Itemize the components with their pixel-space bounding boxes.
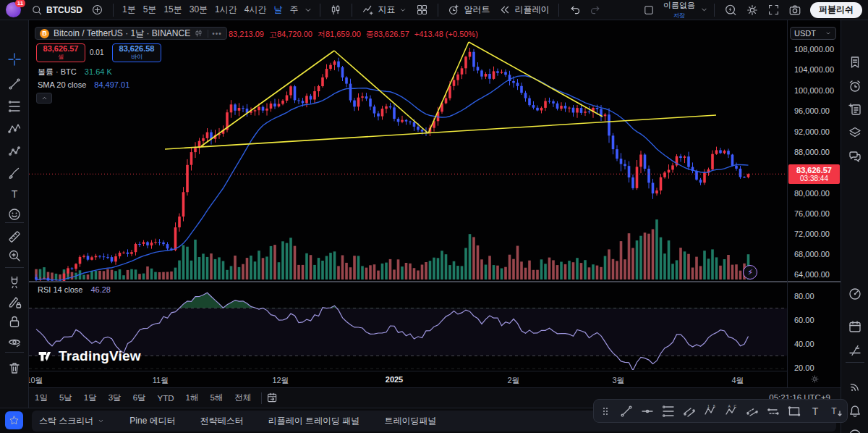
range-YTD[interactable]: YTD (152, 394, 180, 403)
zoomplus-tool-icon[interactable] (7, 248, 22, 263)
chevron-down-icon[interactable] (699, 5, 709, 14)
range-5해[interactable]: 5해 (204, 392, 229, 403)
interval-날[interactable]: 날 (270, 4, 286, 16)
footer-tab-2[interactable]: Pine 에디터 (129, 415, 175, 427)
range-6달[interactable]: 6달 (127, 392, 152, 403)
boost-lightning-icon[interactable]: ⚡ (743, 265, 757, 279)
xabcd-tool-icon[interactable] (7, 122, 22, 136)
text-draw-icon[interactable]: T (808, 404, 822, 419)
user-avatar[interactable]: 11 (6, 2, 21, 17)
elliott-tool-icon[interactable] (7, 144, 22, 159)
price-axis[interactable]: USDT 83,626.57 03:38:44 108,000.00104,00… (788, 20, 841, 386)
settings-gear-icon[interactable] (741, 1, 763, 19)
xabcd15-draw-icon[interactable]: 15 (703, 404, 718, 419)
eye-tool-icon[interactable] (7, 335, 22, 349)
rsi-value: 46.28 (90, 285, 111, 294)
magnet-tool-icon[interactable] (7, 274, 22, 289)
range-3달[interactable]: 3달 (103, 392, 127, 403)
legend-collapse-button[interactable] (36, 93, 52, 104)
sell-button[interactable]: 83,626.57 셀 (36, 43, 85, 62)
emoji-tool-icon[interactable] (7, 207, 22, 222)
footer-tab-1[interactable]: 스탁 스크리너 (39, 415, 105, 427)
footer-tab-3[interactable]: 전략테스터 (200, 415, 244, 427)
ruler-tool-icon[interactable] (7, 230, 22, 244)
range-전체[interactable]: 전체 (229, 392, 257, 403)
sma-legend-row[interactable]: SMA 20 close 84,497.01 (38, 80, 129, 89)
chevron-down-icon (399, 6, 407, 14)
range-1달[interactable]: 1달 (78, 392, 103, 403)
abc-draw-icon[interactable]: AC (724, 404, 739, 419)
ideas-panel-icon[interactable] (848, 342, 862, 357)
interval-1분[interactable]: 1분 (119, 4, 140, 16)
dchannel-draw-icon[interactable] (745, 404, 760, 419)
hotlist-panel-icon[interactable] (848, 287, 862, 301)
interval-chevron-icon[interactable] (302, 1, 315, 19)
alert-button[interactable]: 알러트 (443, 1, 494, 19)
fib-draw-icon[interactable] (661, 404, 676, 419)
goto-date-icon[interactable] (266, 392, 278, 404)
axis-settings-icon[interactable] (810, 374, 820, 384)
crosshair-tool-icon[interactable] (7, 52, 22, 67)
text-tool-icon[interactable]: T (7, 187, 22, 201)
interval-주[interactable]: 주 (286, 4, 302, 16)
legend-more-button[interactable]: ••• (208, 30, 222, 38)
interval-1시간[interactable]: 1시간 (211, 4, 241, 16)
snapshot-camera-icon[interactable] (784, 1, 806, 19)
brush-tool-icon[interactable] (7, 166, 22, 180)
range-1일[interactable]: 1일 (29, 392, 54, 403)
watchlist-panel-icon[interactable] (848, 55, 862, 70)
replay-button[interactable]: 리플레이 (494, 1, 553, 19)
volume-legend-row[interactable]: 볼륨 · BTC 31.64 K (38, 67, 112, 77)
buy-button[interactable]: 83,626.58 바이 (112, 43, 161, 62)
favorites-star-button[interactable] (5, 411, 23, 429)
range-5날[interactable]: 5날 (54, 392, 78, 403)
bell-panel-icon[interactable] (848, 404, 862, 419)
publish-button[interactable]: 퍼블리쉬 (810, 2, 862, 18)
price-axis-label: 68,000.00 (794, 250, 830, 258)
footer-tab-5[interactable]: 트레이딩패널 (384, 415, 436, 427)
chart-style-icon[interactable] (326, 1, 346, 19)
handle-draw-icon[interactable] (598, 404, 613, 419)
symbol-search-button[interactable]: BTCUSD (27, 1, 87, 19)
layers-panel-icon[interactable] (848, 125, 862, 140)
recttool-draw-icon[interactable] (787, 404, 801, 419)
range-1해[interactable]: 1해 (180, 392, 205, 403)
trendline-draw-icon[interactable] (619, 404, 634, 419)
chat-panel-icon[interactable] (848, 149, 862, 164)
alarm-panel-icon[interactable] (848, 79, 862, 93)
symbol-legend[interactable]: B Bitcoin / TetherUS · 1날 · BINANCE ••• (35, 27, 227, 40)
rsi-legend-row[interactable]: RSI 14 close 46.28 (38, 285, 111, 294)
lock-tool-icon[interactable] (7, 314, 22, 329)
textanchor-draw-icon[interactable]: T (829, 404, 843, 419)
interval-30분[interactable]: 30분 (186, 4, 211, 16)
undo-icon[interactable] (564, 1, 585, 19)
channel-draw-icon[interactable] (682, 404, 697, 419)
notesplus-panel-icon[interactable] (848, 102, 862, 117)
interval-15분[interactable]: 15분 (160, 4, 185, 16)
svg-text:T: T (831, 406, 837, 416)
hline-draw-icon[interactable] (640, 404, 655, 419)
fib-tool-icon[interactable] (7, 99, 22, 114)
pane-separator[interactable] (29, 281, 841, 282)
trendline-tool-icon[interactable] (7, 77, 22, 91)
price-chart-canvas[interactable] (0, 0, 868, 433)
calendar-panel-icon[interactable] (848, 319, 862, 334)
currency-select[interactable]: USDT (790, 27, 836, 40)
redo-icon[interactable] (585, 1, 606, 19)
streams-panel-icon[interactable] (848, 379, 862, 394)
layout-grid-icon[interactable] (412, 1, 433, 19)
time-axis[interactable]: 10월11월12월20252월3월4월 (29, 371, 788, 387)
drawlock-tool-icon[interactable] (7, 295, 22, 309)
compare-add-icon[interactable] (87, 1, 108, 19)
quick-search-icon[interactable] (720, 1, 741, 19)
fullscreen-icon[interactable] (763, 1, 784, 19)
multichart-checkbox-icon[interactable] (639, 1, 659, 19)
help-panel-icon[interactable]: ? (848, 428, 862, 433)
dchannel2-draw-icon[interactable] (766, 404, 780, 419)
indicators-button[interactable]: 지표 (357, 1, 412, 19)
trash-tool-icon[interactable] (7, 361, 22, 375)
layout-save-button[interactable]: 이름없음 저장 (659, 1, 699, 19)
footer-tab-4[interactable]: 리플레이 트레이딩 패널 (268, 415, 360, 427)
interval-5분[interactable]: 5분 (140, 4, 161, 16)
interval-4시간[interactable]: 4시간 (241, 4, 271, 16)
